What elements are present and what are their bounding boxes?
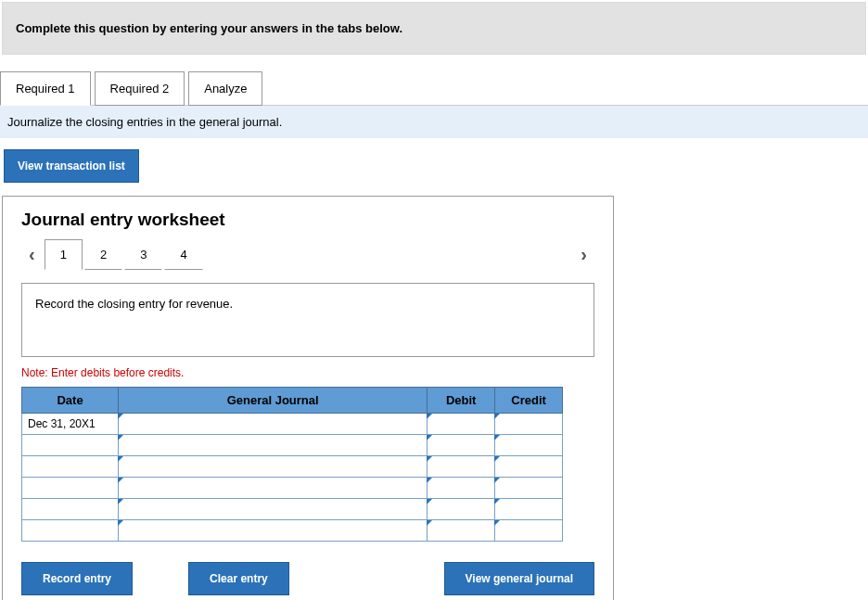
- worksheet-panel: Journal entry worksheet ‹ 1 2 3 4 › Reco…: [2, 196, 614, 600]
- view-transaction-list-button[interactable]: View transaction list: [4, 149, 139, 183]
- cell-debit[interactable]: [428, 478, 495, 499]
- cell-date[interactable]: [22, 520, 119, 542]
- tab-required-1[interactable]: Required 1: [0, 71, 91, 106]
- header-general-journal: General Journal: [119, 388, 428, 414]
- page-tab-3[interactable]: 3: [124, 239, 162, 270]
- cell-gj[interactable]: [119, 499, 428, 520]
- entry-instruction-box: Record the closing entry for revenue.: [21, 283, 594, 357]
- cell-debit[interactable]: [428, 499, 495, 520]
- table-row: [22, 499, 563, 520]
- instruction-bar: Complete this question by entering your …: [2, 2, 866, 55]
- header-debit: Debit: [428, 388, 495, 414]
- cell-credit[interactable]: [495, 520, 563, 542]
- cell-gj[interactable]: [119, 414, 428, 435]
- table-row: [22, 478, 563, 499]
- journal-body: Dec 31, 20X1: [22, 414, 563, 542]
- button-row: Record entry Clear entry View general jo…: [21, 562, 594, 595]
- table-row: [22, 435, 563, 456]
- cell-debit[interactable]: [428, 435, 495, 456]
- tab-analyze[interactable]: Analyze: [188, 71, 262, 106]
- chevron-right-icon[interactable]: ›: [573, 240, 594, 269]
- page-tab-2[interactable]: 2: [84, 239, 122, 270]
- header-date: Date: [22, 388, 119, 414]
- view-general-journal-button[interactable]: View general journal: [444, 562, 594, 595]
- page-tab-1[interactable]: 1: [45, 239, 83, 270]
- tab-required-2[interactable]: Required 2: [95, 71, 185, 106]
- cell-gj[interactable]: [119, 435, 428, 456]
- cell-gj[interactable]: [119, 520, 428, 542]
- cell-gj[interactable]: [119, 456, 428, 478]
- sub-instruction-text: Journalize the closing entries in the ge…: [7, 115, 282, 129]
- clear-entry-button[interactable]: Clear entry: [188, 562, 289, 595]
- cell-credit[interactable]: [495, 435, 563, 456]
- entry-instruction-text: Record the closing entry for revenue.: [35, 297, 233, 311]
- table-row: [22, 520, 563, 542]
- cell-credit[interactable]: [495, 478, 563, 499]
- cell-debit[interactable]: [428, 456, 495, 478]
- page-tab-4[interactable]: 4: [164, 239, 202, 270]
- record-entry-button[interactable]: Record entry: [21, 562, 133, 595]
- pager: ‹ 1 2 3 4 ›: [21, 239, 594, 270]
- table-row: [22, 456, 563, 478]
- cell-date[interactable]: [22, 499, 119, 520]
- cell-date[interactable]: Dec 31, 20X1: [22, 414, 119, 435]
- cell-debit[interactable]: [428, 520, 495, 542]
- chevron-left-icon[interactable]: ‹: [21, 240, 43, 269]
- cell-credit[interactable]: [495, 414, 563, 435]
- cell-debit[interactable]: [428, 414, 495, 435]
- main-tabs: Required 1 Required 2 Analyze: [0, 71, 868, 106]
- table-row: Dec 31, 20X1: [22, 414, 563, 435]
- cell-credit[interactable]: [495, 499, 563, 520]
- journal-table: Date General Journal Debit Credit Dec 31…: [21, 387, 563, 542]
- cell-date[interactable]: [22, 478, 119, 499]
- cell-credit[interactable]: [495, 456, 563, 478]
- cell-gj[interactable]: [119, 478, 428, 499]
- worksheet-title: Journal entry worksheet: [21, 210, 594, 230]
- cell-date[interactable]: [22, 435, 119, 456]
- header-credit: Credit: [495, 388, 563, 414]
- cell-date[interactable]: [22, 456, 119, 478]
- sub-instruction: Journalize the closing entries in the ge…: [0, 105, 868, 138]
- note-text: Note: Enter debits before credits.: [21, 366, 594, 379]
- instruction-text: Complete this question by entering your …: [16, 21, 402, 35]
